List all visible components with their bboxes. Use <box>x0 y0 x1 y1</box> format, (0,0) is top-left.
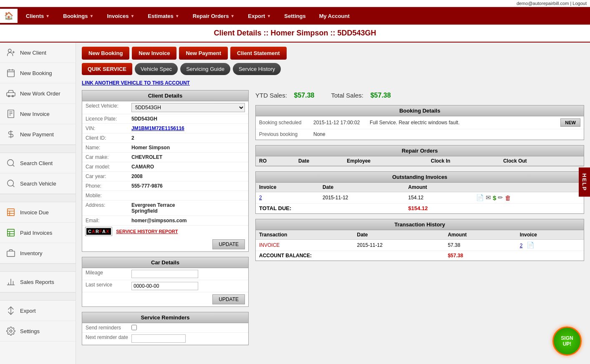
outstanding-invoices-table: Invoice Date Amount 2 2015-11-12 154.12 <box>256 183 584 213</box>
nav-bookings[interactable]: Bookings ▼ <box>56 7 100 25</box>
sidebar-item-label: Search Client <box>20 160 53 166</box>
pdf-icon[interactable]: 📄 <box>527 241 535 249</box>
select-vehicle-dropdown[interactable]: 5DD543GH <box>131 103 245 112</box>
edit-icon[interactable]: ✏ <box>498 194 503 201</box>
sidebar-item-new-work-order[interactable]: New Work Order <box>0 83 76 104</box>
nav-estimates[interactable]: Estimates ▼ <box>141 7 186 25</box>
booking-scheduled-date: 2015-11-12 17:00:02 <box>313 120 360 126</box>
sidebar-item-inventory[interactable]: Inventory <box>0 243 76 264</box>
client-statement-button[interactable]: Client Statement <box>230 47 287 60</box>
car-model-label: Car model: <box>86 164 131 170</box>
sidebar-item-new-invoice[interactable]: New Invoice <box>0 104 76 124</box>
nav-settings[interactable]: Settings <box>277 7 312 25</box>
tab-quik-service[interactable]: QUIK SERVICE <box>82 63 132 75</box>
nav-logo[interactable]: 🏠 <box>0 9 18 23</box>
svg-rect-27 <box>7 251 15 256</box>
nav-export[interactable]: Export ▼ <box>241 7 277 25</box>
booking-details-box: Booking Details Booking scheduled 2015-1… <box>255 105 584 140</box>
car-details-header: Car Details <box>82 257 248 268</box>
transaction-history-header-row: Transaction Date Amount Invoice <box>256 230 584 240</box>
send-reminders-checkbox[interactable] <box>131 325 137 330</box>
pdf-icon[interactable]: 📄 <box>476 194 484 201</box>
sidebar-item-paid-invoices[interactable]: Paid Invoices <box>0 223 76 243</box>
delete-icon[interactable]: 🗑 <box>505 194 511 201</box>
outstanding-invoices-header: Outstanding Invoices <box>256 172 584 183</box>
carfax-link[interactable]: SERVICE HISTORY REPORT <box>116 229 178 234</box>
nav-my-account[interactable]: My Account <box>313 7 356 25</box>
sidebar-item-settings[interactable]: Settings <box>0 321 76 341</box>
amount-col: Amount <box>405 183 473 192</box>
new-invoice-button[interactable]: New Invoice <box>132 47 176 60</box>
car-update-button[interactable]: UPDATE <box>212 294 245 304</box>
nav-clients[interactable]: Clients ▼ <box>19 7 56 25</box>
transaction-history-header: Transaction History <box>256 219 584 230</box>
vin-value[interactable]: JM1BM1M72E1156116 <box>131 126 184 131</box>
account-balance-label: ACCOUNT BALANCE: <box>256 251 444 261</box>
booking-scheduled-note: Full Service. Rear electric windows faul… <box>370 120 459 126</box>
mobile-label: Mobile: <box>86 193 131 198</box>
ytd-stat: YTD Sales: $57.38 <box>255 92 314 99</box>
ytd-value: $57.38 <box>294 92 315 99</box>
client-update-button[interactable]: UPDATE <box>212 239 245 249</box>
svg-rect-23 <box>8 229 15 236</box>
tab-vehicle-spec[interactable]: Vehicle Spec <box>135 63 178 75</box>
client-id-value: 2 <box>131 135 134 141</box>
new-booking-button[interactable]: New Booking <box>82 47 129 60</box>
sidebar-item-sales-reports[interactable]: Sales Reports <box>0 272 76 292</box>
licence-plate-label: Licence Plate: <box>86 116 131 122</box>
calendar-icon <box>5 67 17 79</box>
booking-new-button[interactable]: NEW <box>560 118 580 127</box>
repair-orders-header: Repair Orders <box>256 146 584 156</box>
total-due-value: $154.12 <box>405 203 584 213</box>
mileage-input[interactable] <box>131 270 198 278</box>
right-column: YTD Sales: $57.38 Total Sales: $57.38 Bo… <box>255 90 584 350</box>
svg-line-18 <box>13 185 14 187</box>
car-model-row: Car model: CAMARO <box>82 162 248 172</box>
booking-previous-value: None <box>313 131 325 137</box>
export-icon <box>5 305 17 316</box>
main-nav: 🏠 Clients ▼ Bookings ▼ Invoices ▼ Estima… <box>0 7 590 25</box>
sidebar-item-new-client[interactable]: New Client <box>0 43 76 63</box>
sidebar-item-search-vehicle[interactable]: Search Vehicle <box>0 173 76 194</box>
next-reminder-input[interactable] <box>131 334 186 343</box>
transaction-history-table: Transaction Date Amount Invoice INVOICE … <box>256 230 584 261</box>
sidebar-item-export[interactable]: Export <box>0 301 76 321</box>
car-details-box: Car Details Mileage Last service UPDATE <box>82 257 249 307</box>
layout: New Client New Booking New Work Order Ne… <box>0 43 590 364</box>
new-payment-button[interactable]: New Payment <box>179 47 228 60</box>
booking-scheduled-label: Booking scheduled <box>259 120 309 126</box>
tab-servicing-guide[interactable]: Servicing Guide <box>180 63 230 75</box>
left-column: Client Details Select Vehicle: 5DD543GH … <box>82 90 249 350</box>
svg-point-34 <box>10 330 12 332</box>
link-vehicle[interactable]: LINK ANOTHER VEHICLE TO THIS ACCOUNT <box>82 80 584 86</box>
date-cell: 2015-11-12 <box>353 240 444 251</box>
email-icon[interactable]: ✉ <box>486 194 491 201</box>
user-info[interactable]: demo@autorepairbill.com | Logout <box>517 1 587 6</box>
booking-details-header: Booking Details <box>256 105 584 116</box>
address-label: Address: <box>86 202 131 208</box>
sidebar-item-new-payment[interactable]: New Payment <box>0 124 76 145</box>
vin-row: VIN: JM1BM1M72E1156116 <box>82 124 248 133</box>
signup-button[interactable]: SIGNUP! <box>552 326 582 356</box>
service-reminders-box: Service Reminders Send reminders Next re… <box>82 312 249 345</box>
clock-in-col: Clock In <box>427 156 499 166</box>
nav-invoices[interactable]: Invoices ▼ <box>100 7 141 25</box>
sidebar-divider <box>0 292 76 301</box>
payment-icon[interactable]: $ <box>493 194 496 201</box>
car-year-label: Car year: <box>86 173 131 179</box>
nav-repair-orders[interactable]: Repair Orders ▼ <box>186 7 242 25</box>
sidebar-item-search-client[interactable]: Search Client <box>0 153 76 173</box>
dollar-icon <box>5 128 17 140</box>
chevron-down-icon: ▼ <box>130 14 134 18</box>
sidebar-item-invoice-due[interactable]: Invoice Due <box>0 202 76 223</box>
email-value: homer@simpsons.com <box>131 218 187 223</box>
tab-service-history[interactable]: Service History <box>233 63 281 75</box>
last-service-input[interactable] <box>131 282 198 290</box>
transaction-col: Transaction <box>256 230 353 240</box>
sidebar-item-new-booking[interactable]: New Booking <box>0 63 76 83</box>
sidebar-divider <box>0 264 76 272</box>
amount-cell: 154.12 <box>405 192 473 203</box>
table-row: 2 2015-11-12 154.12 📄 ✉ $ ✏ 🗑 <box>256 192 584 203</box>
address-value: Evergreen TerraceSpringfield <box>131 202 175 214</box>
help-tab[interactable]: HELP <box>579 167 590 197</box>
